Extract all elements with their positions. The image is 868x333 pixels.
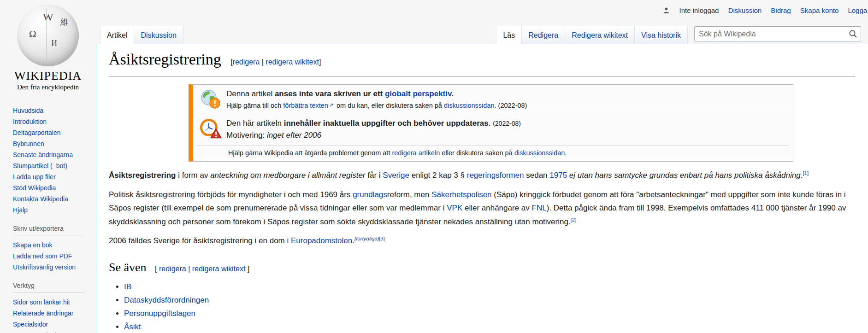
list-item: Personuppgiftslagen [124,307,855,320]
inline-link[interactable]: [3] [379,236,385,241]
sidebar-item-specialsidor[interactable]: Specialsidor [13,319,87,330]
puzzle-globe-icon[interactable]: W Ω 維 И [17,5,79,66]
tab-artikel[interactable]: Artikel [100,26,134,44]
notice-outdated: Den här artikeln innehåller inaktuella u… [189,114,793,162]
link-ib[interactable]: IB [124,282,131,291]
text-segment: eller anhängare av [462,204,531,212]
globe-issue-icon [195,89,226,110]
namespace-tabs: Artikel Diskussion [100,26,183,44]
notice-text-main: Denna artikel anses inte vara skriven ur… [226,88,787,100]
link-personuppgiftslagen[interactable]: Personuppgiftslagen [124,309,195,318]
tab-visa-historik[interactable]: Visa historik [634,26,688,44]
text-segment: Åsiktsregistrering [109,171,176,180]
text-segment: 2006 fälldes Sverige för åsiktsregistrer… [109,236,291,245]
view-tabs: Läs Redigera Redigera wikitext Visa hist… [496,26,688,44]
notice-text-motivation: Motivering: inget efter 2006 [226,129,787,141]
section-heading-text: Se även [109,261,147,274]
inline-link[interactable]: Säkerhetspolisen [431,190,491,199]
text-segment: . [489,119,493,128]
inline-link[interactable]: [förtydliga] [354,236,379,241]
tab-diskussion[interactable]: Diskussion [134,26,183,44]
text-segment: sedan [524,171,550,180]
tab-redigera[interactable]: Redigera [521,26,565,44]
sidebar-item-relaterade-andringar[interactable]: Relaterade ändringar [13,308,87,319]
text-segment: reform, men [387,190,431,199]
inline-link[interactable]: förbättra texten [283,102,328,109]
text-segment: ] [319,58,321,66]
sidebar-nav: Huvudsida Introduktion Deltagarportalen … [0,91,96,333]
inline-link[interactable]: [1] [803,170,809,176]
text-segment: Den här artikeln [226,119,284,128]
sidebar-item-permanent-lank[interactable]: Permanent länk [13,330,87,333]
sidebar-item-senaste-andringarna[interactable]: Senaste ändringarna [13,149,87,160]
title-edit-links: [redigera | redigera wikitext] [230,58,321,66]
inline-link[interactable]: redigera [159,265,186,273]
sidebar-item-bybrunnen[interactable]: Bybrunnen [13,138,87,149]
sidebar-item-skapa-en-bok[interactable]: Skapa en bok [13,240,87,251]
sidebar-item-deltagarportalen[interactable]: Deltagarportalen [13,127,87,138]
sidebar-item-introduktion[interactable]: Introduktion [13,116,87,127]
tab-redigera-wikitext[interactable]: Redigera wikitext [565,26,634,44]
globe-glyph: 維 [60,17,69,28]
inline-link[interactable]: regeringsformen [467,171,524,180]
inline-link[interactable]: globalt perspektiv [385,89,451,98]
list-item: IB [124,280,855,293]
text-segment: eller diskutera saken på [440,149,514,157]
inline-link[interactable]: [2] [571,217,577,222]
globe-glyph: W [43,11,53,23]
inline-link[interactable]: grundlags [353,190,387,199]
sidebar-item-hjalp[interactable]: Hjälp [13,204,87,216]
text-segment: anteckning om medborgare i allmänt regis… [210,171,365,180]
sidebar-item-ladda-upp-filer[interactable]: Ladda upp filer [13,171,87,182]
se-aven-list: IB Dataskyddsförordningen Personuppgifts… [109,280,855,333]
tab-las[interactable]: Läs [496,26,521,44]
text-segment: i form av [176,171,211,180]
link-dataskyddsforordningen[interactable]: Dataskyddsförordningen [124,296,209,304]
sidebar-heading-tools: Verktyg [13,282,84,292]
clock-warning-icon [195,118,226,141]
text-segment: | [260,58,266,66]
external-link-icon[interactable]: ↗ [329,102,334,108]
personal-link-skapa-konto[interactable]: Skapa konto [800,6,838,14]
search-input[interactable] [694,26,861,41]
inline-link[interactable]: 1975 [549,171,567,180]
text-segment: . [565,149,567,157]
text-segment: inget efter 2006 [267,131,321,140]
text-segment: innehåller inaktuella uppgifter och behö… [284,119,489,128]
inline-link[interactable]: FNL [532,204,547,212]
sidebar-item-utskriftsvanlig-version[interactable]: Utskriftsvänlig version [13,262,87,273]
text-segment: ] [245,265,249,273]
personal-link-bidrag[interactable]: Bidrag [771,6,791,14]
text-segment: anses inte vara skriven ur ett [275,89,385,98]
sidebar-item-sidor-som-lankar-hit[interactable]: Sidor som länkar hit [13,297,87,308]
page-title-text: Åsiktsregistrering [109,51,221,68]
inline-link[interactable]: diskussionssidan [444,102,495,109]
sidebar-item-stod-wikipedia[interactable]: Stöd Wikipedia [13,182,87,193]
link-asikt[interactable]: Åsikt [124,322,141,331]
user-icon [663,6,672,14]
inline-link[interactable]: redigera artikeln [392,149,440,157]
search-icon[interactable] [849,29,857,38]
sidebar-item-huvudsida[interactable]: Huvudsida [13,105,87,116]
personal-link-diskussion[interactable]: Diskussion [728,6,762,14]
list-item: Dataskyddsförordningen [124,293,855,307]
text-segment: ej utan hans samtycke grundas enbart på … [569,171,801,180]
inline-link[interactable]: VPK [447,204,462,212]
inline-link[interactable]: redigera wikitext [266,58,319,66]
inline-link[interactable]: Europadomstolen [291,236,352,245]
notice-text-main: Den här artikeln innehåller inaktuella u… [226,117,787,129]
section-edit-links: [ redigera | redigera wikitext ] [155,265,249,273]
sidebar-item-kontakta-wikipedia[interactable]: Kontakta Wikipedia [13,193,87,204]
sidebar-item-ladda-ned-som-pdf[interactable]: Ladda ned som PDF [13,251,87,262]
wikipedia-logo[interactable]: W Ω 維 И WIKIPEDIA Den fria encyklopedin [0,0,96,91]
inline-link[interactable]: redigera [233,58,260,66]
personal-link-logga-in[interactable]: Logga in [848,6,868,14]
inline-link[interactable]: diskussionssidan [514,149,565,157]
text-segment: Denna artikel [226,89,275,98]
inline-link[interactable]: redigera wikitext [192,265,246,273]
logo-wordmark: WIKIPEDIA [0,69,96,83]
inline-link[interactable]: Sverige [383,171,409,180]
text-segment: (2022-08) [493,120,521,127]
sidebar-item-slumpartikel[interactable]: Slumpartikel (−bot) [13,160,87,171]
page-header: Inte inloggad Diskussion Bidrag Skapa ko… [96,0,868,44]
